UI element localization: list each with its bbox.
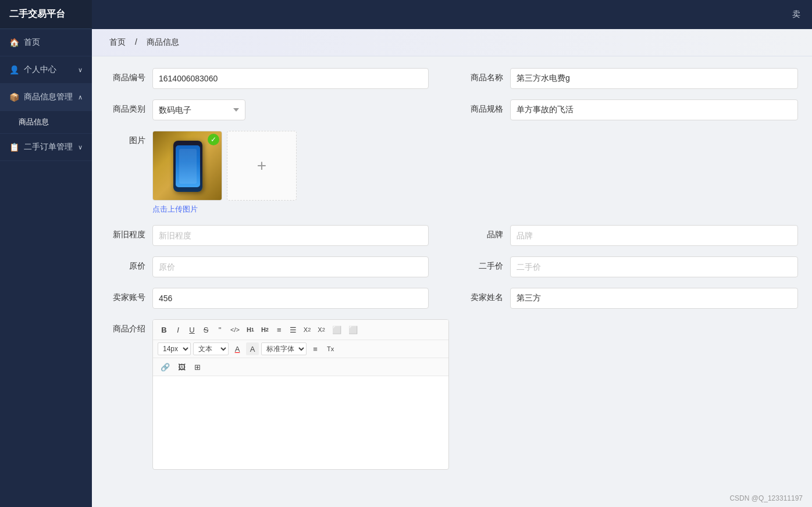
sidebar-label-product-info: 商品信息 xyxy=(19,117,49,127)
col-spec: 商品规格 xyxy=(452,99,798,131)
font-bg-button[interactable]: A xyxy=(246,342,259,355)
label-product-id: 商品编号 xyxy=(106,68,152,83)
font-color-button[interactable]: A xyxy=(231,342,244,355)
label-images: 图片 xyxy=(106,131,152,146)
form-row-description: 商品介绍 B I U S " </> H1 H2 ≡ ☰ X xyxy=(106,319,798,470)
label-brand: 品牌 xyxy=(464,225,510,240)
link-button[interactable]: 🔗 xyxy=(158,360,173,373)
label-product-name: 商品名称 xyxy=(464,68,510,83)
chevron-down-icon-2: ∨ xyxy=(78,144,83,151)
strikethrough-button[interactable]: S xyxy=(200,323,212,336)
input-product-name[interactable] xyxy=(510,68,798,89)
bold-button[interactable]: B xyxy=(158,323,170,336)
row-condition-brand: 新旧程度 品牌 xyxy=(106,225,798,256)
blockquote-button[interactable]: " xyxy=(213,323,226,336)
editor-toolbar-row3: 🔗 🖼 ⊞ xyxy=(153,358,448,376)
subscript-button[interactable]: X2 xyxy=(301,323,314,336)
form-row-brand: 品牌 xyxy=(464,225,798,246)
sidebar-label-home: 首页 xyxy=(24,37,40,48)
input-condition[interactable] xyxy=(152,225,429,246)
image-add-button[interactable]: + xyxy=(227,131,297,201)
label-second-price: 二手价 xyxy=(464,256,510,272)
col-second-price: 二手价 xyxy=(452,256,798,288)
input-seller-account[interactable] xyxy=(152,288,429,309)
unordered-list-button[interactable]: ☰ xyxy=(287,323,300,336)
font-size-select[interactable]: 14px 12px 16px 18px xyxy=(158,342,191,355)
col-brand: 品牌 xyxy=(452,225,798,256)
form-row-product-name: 商品名称 xyxy=(464,68,798,89)
italic-button[interactable]: I xyxy=(172,323,184,336)
rich-editor-container: B I U S " </> H1 H2 ≡ ☰ X2 X2 ⬜ ⬜ xyxy=(152,319,449,470)
sidebar-item-home[interactable]: 🏠 首页 xyxy=(0,29,92,56)
row-category-spec: 商品类别 数码电子 服装 家具 图书 其他 商品规格 xyxy=(106,99,798,131)
ordered-list-button[interactable]: ≡ xyxy=(273,323,286,336)
editor-content-area[interactable] xyxy=(153,376,448,469)
row-prices: 原价 二手价 xyxy=(106,256,798,288)
form-row-original-price: 原价 xyxy=(106,256,429,277)
input-spec[interactable] xyxy=(510,99,798,120)
col-seller-name: 卖家姓名 xyxy=(452,288,798,319)
top-bar: 卖 xyxy=(92,0,812,29)
sidebar-item-personal[interactable]: 👤 个人中心 ∨ xyxy=(0,56,92,84)
sidebar-item-product-mgmt[interactable]: 📦 商品信息管理 ∧ xyxy=(0,84,92,111)
main-content: 首页 / 商品信息 商品编号 商品名称 商品类 xyxy=(92,29,812,507)
chevron-up-icon: ∧ xyxy=(78,94,83,101)
input-brand[interactable] xyxy=(510,225,798,246)
input-product-id[interactable] xyxy=(152,68,429,89)
table-insert-button[interactable]: ⊞ xyxy=(191,360,204,373)
form-row-product-id: 商品编号 xyxy=(106,68,429,89)
top-bar-user: 卖 xyxy=(792,9,800,20)
h2-button[interactable]: H2 xyxy=(258,323,272,336)
breadcrumb-home[interactable]: 首页 xyxy=(109,37,126,47)
form-row-spec: 商品规格 xyxy=(464,99,798,120)
sidebar: 二手交易平台 🏠 首页 👤 个人中心 ∨ 📦 商品信息管理 ∧ 商品信息 📋 二… xyxy=(0,0,92,507)
image-insert-button[interactable]: 🖼 xyxy=(175,360,188,373)
col-category: 商品类别 数码电子 服装 家具 图书 其他 xyxy=(106,99,452,131)
label-original-price: 原价 xyxy=(106,256,152,272)
label-seller-name: 卖家姓名 xyxy=(464,288,510,303)
phone-shape xyxy=(173,141,202,192)
input-seller-name[interactable] xyxy=(510,288,798,309)
label-description: 商品介绍 xyxy=(106,319,152,334)
app-title: 二手交易平台 xyxy=(9,8,65,20)
upload-link[interactable]: 点击上传图片 xyxy=(152,204,297,215)
input-second-price[interactable] xyxy=(510,256,798,277)
chevron-down-icon: ∨ xyxy=(78,66,83,74)
phone-screen xyxy=(176,145,200,187)
align-left-button[interactable]: ⬜ xyxy=(329,323,344,336)
label-condition: 新旧程度 xyxy=(106,225,152,240)
sidebar-item-product-info[interactable]: 商品信息 xyxy=(0,111,92,134)
form-row-seller-account: 卖家账号 xyxy=(106,288,429,309)
order-icon: 📋 xyxy=(9,142,19,152)
row-product-id-name: 商品编号 商品名称 xyxy=(106,68,798,99)
underline-button[interactable]: U xyxy=(186,323,198,336)
editor-toolbar-row2: 14px 12px 16px 18px 文本 标题1 标题2 A A xyxy=(153,340,448,358)
select-category[interactable]: 数码电子 服装 家具 图书 其他 xyxy=(152,99,245,120)
code-button[interactable]: </> xyxy=(227,323,243,336)
sidebar-label-product-mgmt: 商品信息管理 xyxy=(24,92,73,102)
form-row-category: 商品类别 数码电子 服装 家具 图书 其他 xyxy=(106,99,429,120)
form-row-images: 图片 ✓ + 点击上传图片 xyxy=(106,131,798,215)
sidebar-label-personal: 个人中心 xyxy=(24,65,56,75)
package-icon: 📦 xyxy=(9,92,19,102)
editor-toolbar-row1: B I U S " </> H1 H2 ≡ ☰ X2 X2 ⬜ ⬜ xyxy=(153,320,448,340)
col-seller-account: 卖家账号 xyxy=(106,288,452,319)
sidebar-item-order-mgmt[interactable]: 📋 二手订单管理 ∨ xyxy=(0,134,92,161)
input-original-price[interactable] xyxy=(152,256,429,277)
superscript-button[interactable]: X2 xyxy=(315,323,327,336)
breadcrumb-separator: / xyxy=(135,37,137,47)
image-thumb-1[interactable]: ✓ xyxy=(152,131,222,201)
clear-format-button[interactable]: Tx xyxy=(324,342,337,355)
app-logo: 二手交易平台 xyxy=(0,0,92,29)
align-right-button[interactable]: ⬜ xyxy=(346,323,361,336)
form-area: 商品编号 商品名称 商品类别 数码电子 服装 家具 xyxy=(92,56,812,492)
col-product-id: 商品编号 xyxy=(106,68,452,99)
label-category: 商品类别 xyxy=(106,99,152,115)
person-icon: 👤 xyxy=(9,65,19,74)
font-family-select[interactable]: 标准字体 宋体 微软雅黑 xyxy=(261,342,307,355)
align-center-button[interactable]: ≡ xyxy=(309,342,322,355)
text-type-select[interactable]: 文本 标题1 标题2 xyxy=(193,342,229,355)
image-upload-area: ✓ + xyxy=(152,131,297,201)
h1-button[interactable]: H1 xyxy=(244,323,257,336)
form-row-seller-name: 卖家姓名 xyxy=(464,288,798,309)
